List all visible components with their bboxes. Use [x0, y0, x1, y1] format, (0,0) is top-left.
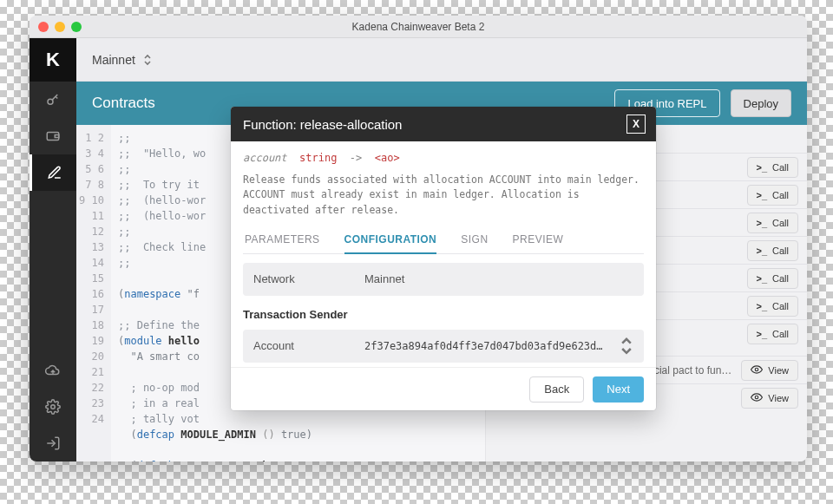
account-value: 2f37e3a894af0d4ff3e7d047bd03afd9e623de46… [364, 340, 604, 352]
window-title: Kadena Chainweaver Beta 2 [30, 21, 807, 33]
chevron-right-icon: >_ [757, 273, 768, 284]
account-row[interactable]: Account 2f37e3a894af0d4ff3e7d047bd03afd9… [243, 330, 644, 363]
close-button[interactable]: X [626, 115, 646, 134]
contracts-tab-icon[interactable] [30, 154, 76, 191]
chevron-right-icon: >_ [757, 190, 768, 200]
call-button[interactable]: >_ Call [747, 213, 799, 233]
call-label: Call [772, 218, 789, 228]
modal-description: Release funds associated with allocation… [243, 173, 644, 218]
eye-icon [751, 391, 763, 405]
chevron-right-icon: >_ [757, 218, 768, 228]
page-title: Contracts [92, 95, 155, 112]
next-button[interactable]: Next [593, 376, 644, 403]
function-modal: Function: release-allocation X account s… [231, 107, 656, 410]
tab-preview[interactable]: PREVIEW [513, 233, 564, 253]
network-label: Network [253, 272, 349, 285]
call-label: Call [772, 301, 789, 311]
minimize-dot[interactable] [55, 22, 65, 32]
zoom-dot[interactable] [71, 22, 82, 32]
modal-header: Function: release-allocation X [231, 107, 656, 141]
tab-sign[interactable]: SIGN [461, 233, 488, 253]
call-label: Call [772, 329, 789, 339]
tab-parameters[interactable]: PARAMETERS [245, 233, 320, 253]
app-window: Kadena Chainweaver Beta 2 K [30, 16, 807, 461]
cloud-icon[interactable] [30, 352, 76, 389]
line-gutter: 1 2 3 4 5 6 7 8 9 10 11 12 13 14 15 16 1… [76, 125, 111, 461]
svg-rect-1 [47, 133, 59, 141]
call-button[interactable]: >_ Call [747, 240, 799, 261]
logo: K [30, 38, 76, 82]
tx-sender-title: Transaction Sender [243, 304, 644, 321]
modal-tabs: PARAMETERS CONFIGURATION SIGN PREVIEW [243, 226, 644, 254]
network-bar: Mainnet [76, 38, 807, 82]
sig-param: account [243, 152, 287, 164]
call-label: Call [772, 273, 789, 284]
call-label: Call [772, 245, 789, 256]
wallet-tab-icon[interactable] [30, 118, 76, 154]
titlebar: Kadena Chainweaver Beta 2 [30, 16, 807, 38]
view-label: View [768, 365, 789, 376]
sig-type: string [299, 152, 337, 164]
call-button[interactable]: >_ Call [747, 185, 799, 206]
stepper-icon[interactable] [142, 53, 153, 67]
account-label: Account [253, 339, 349, 352]
svg-point-3 [51, 405, 56, 409]
eye-icon [751, 363, 763, 377]
view-button[interactable]: View [741, 388, 798, 409]
function-signature: account string -> <ao> [243, 152, 644, 164]
keys-tab-icon[interactable] [30, 82, 76, 118]
svg-rect-2 [55, 135, 59, 138]
network-row: Network Mainnet [243, 263, 644, 296]
chevron-right-icon: >_ [757, 245, 768, 256]
call-button[interactable]: >_ Call [747, 296, 799, 317]
network-selector-label[interactable]: Mainnet [92, 53, 135, 67]
modal-footer: Back Next [231, 367, 656, 410]
svg-point-5 [756, 368, 759, 371]
sig-arrow: -> [350, 152, 362, 164]
call-button[interactable]: >_ Call [747, 157, 799, 178]
deploy-button[interactable]: Deploy [731, 89, 791, 117]
chevron-right-icon: >_ [757, 329, 768, 339]
back-button[interactable]: Back [529, 376, 584, 403]
tab-configuration[interactable]: CONFIGURATION [344, 233, 437, 254]
chevron-right-icon: >_ [757, 162, 768, 173]
close-dot[interactable] [38, 22, 49, 32]
gear-icon[interactable] [30, 389, 76, 425]
modal-title: Function: release-allocation [243, 117, 402, 132]
call-button[interactable]: >_ Call [747, 268, 799, 289]
call-label: Call [772, 162, 789, 173]
call-label: Call [772, 190, 789, 200]
view-button[interactable]: View [741, 360, 798, 381]
sig-return: <ao> [375, 152, 400, 164]
svg-point-6 [756, 396, 759, 399]
window-controls [38, 22, 82, 32]
modal-body: account string -> <ao> Release funds ass… [231, 141, 656, 367]
view-label: View [768, 393, 789, 403]
call-button[interactable]: >_ Call [747, 324, 799, 344]
logout-icon[interactable] [30, 425, 76, 461]
stepper-icon[interactable] [620, 337, 633, 355]
sidebar: K [30, 38, 76, 461]
network-value: Mainnet [364, 272, 404, 285]
chevron-right-icon: >_ [757, 301, 768, 311]
